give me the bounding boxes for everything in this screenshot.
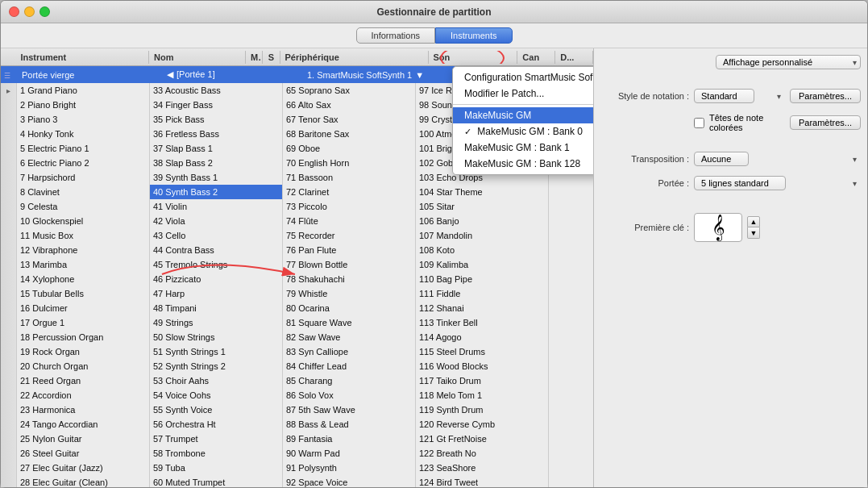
list-item[interactable]: 3 Piano 3 [17,112,149,127]
list-item[interactable]: 56 Orchestra Ht [150,417,282,432]
list-item[interactable]: 40 Synth Bass 2 [150,185,282,199]
list-item[interactable]: 60 Muted Trumpet [150,475,282,487]
list-item[interactable]: 49 Strings [150,315,282,330]
list-item[interactable]: 47 Harp [150,286,282,301]
list-item[interactable]: 79 Whistle [283,286,415,301]
list-item[interactable]: 53 Choir Aahs [150,373,282,388]
list-item[interactable]: 88 Bass & Lead [283,417,415,432]
dropdown-bank128[interactable]: MakeMusic GM : Bank 128 ▶ [453,156,593,172]
list-item[interactable]: 117 Taiko Drum [416,373,548,388]
list-item[interactable]: 76 Pan Flute [283,243,415,257]
list-item[interactable]: 89 Fantasia [283,432,415,446]
list-item[interactable]: 108 Koto [416,243,548,257]
list-item[interactable]: 17 Orgue 1 [17,315,149,330]
list-item[interactable]: 86 Solo Vox [283,388,415,402]
list-item[interactable]: 33 Acoustic Bass [150,83,282,98]
style-select[interactable]: Standard [694,89,754,103]
minimize-button[interactable] [24,6,35,17]
list-item[interactable]: 28 Elec Guitar (Clean) [17,475,149,487]
list-item[interactable]: 75 Recorder [283,228,415,243]
list-item[interactable]: 51 Synth Strings 1 [150,344,282,359]
close-button[interactable] [9,6,19,17]
list-item[interactable]: 109 Kalimba [416,257,548,272]
list-item[interactable]: 55 Synth Voice [150,402,282,417]
list-item[interactable]: 105 Sitar [416,199,548,214]
list-item[interactable]: 18 Percussion Organ [17,330,149,344]
list-item[interactable]: 13 Marimba [17,257,149,272]
dropdown-config[interactable]: Configuration SmartMusic SoftSynth... [453,69,593,86]
tab-informations[interactable]: Informations [356,27,436,44]
list-item[interactable]: 9 Celesta [17,199,149,214]
list-item[interactable]: 42 Viola [150,214,282,228]
list-item[interactable]: 118 Melo Tom 1 [416,388,548,402]
list-item[interactable]: 124 Bird Tweet [416,475,548,487]
list-item[interactable]: 14 Xylophone [17,272,149,286]
list-item[interactable]: 74 Flûte [283,214,415,228]
list-item[interactable]: 23 Harmonica [17,402,149,417]
list-item[interactable]: 70 English Horn [283,156,415,170]
list-item[interactable]: 15 Tubular Bells [17,286,149,301]
list-item[interactable]: 45 Tremolo Strings [150,257,282,272]
list-item[interactable]: 44 Contra Bass [150,243,282,257]
note-color-params-button[interactable]: Paramètres... [790,115,861,130]
dropdown-bank0[interactable]: ✓ MakeMusic GM : Bank 0 ▶ [453,123,593,140]
cle-down-button[interactable]: ▼ [747,227,760,239]
tab-instruments[interactable]: Instruments [435,27,512,44]
list-item[interactable]: 104 Star Theme [416,185,548,199]
list-item[interactable]: 82 Saw Wave [283,330,415,344]
list-item[interactable]: 107 Mandolin [416,228,548,243]
list-item[interactable]: 92 Space Voice [283,475,415,487]
list-item[interactable]: 114 Agogo [416,330,548,344]
list-item[interactable]: 59 Tuba [150,461,282,475]
list-item[interactable]: 36 Fretless Bass [150,127,282,141]
list-item[interactable]: 67 Tenor Sax [283,112,415,127]
portee-select[interactable]: 5 lignes standard [694,176,786,190]
list-item[interactable]: 38 Slap Bass 2 [150,156,282,170]
cle-up-button[interactable]: ▲ [747,216,760,227]
list-item[interactable]: 52 Synth Strings 2 [150,359,282,373]
list-item[interactable]: 71 Bassoon [283,170,415,185]
list-item[interactable]: 5 Electric Piano 1 [17,141,149,156]
list-item[interactable]: 106 Banjo [416,214,548,228]
list-item[interactable]: 122 Breath No [416,446,548,461]
list-item[interactable]: 112 Shanai [416,301,548,315]
list-item[interactable]: 85 Charang [283,373,415,388]
list-item[interactable]: 66 Alto Sax [283,98,415,112]
list-item[interactable]: 16 Dulcimer [17,301,149,315]
list-item[interactable]: 91 Polysynth [283,461,415,475]
list-item[interactable]: 58 Trombone [150,446,282,461]
list-item[interactable]: 115 Steel Drums [416,344,548,359]
list-item[interactable]: 10 Glockenspiel [17,214,149,228]
list-item[interactable]: 12 Vibraphone [17,243,149,257]
dropdown-modifier[interactable]: Modifier le Patch... [453,86,593,102]
list-item[interactable]: 24 Tango Accordian [17,417,149,432]
list-item[interactable]: 25 Nylon Guitar [17,432,149,446]
dropdown-makemusic-gm[interactable]: MakeMusic GM ▶ [453,107,593,123]
list-item[interactable]: 84 Chiffer Lead [283,359,415,373]
list-item[interactable]: 57 Trumpet [150,432,282,446]
list-item[interactable]: 34 Finger Bass [150,98,282,112]
list-item[interactable]: 11 Music Box [17,228,149,243]
list-item[interactable]: 19 Rock Organ [17,344,149,359]
list-item[interactable]: 69 Oboe [283,141,415,156]
list-item[interactable]: 119 Synth Drum [416,402,548,417]
list-item[interactable]: 43 Cello [150,228,282,243]
list-item[interactable]: 35 Pick Bass [150,112,282,127]
list-item[interactable]: 77 Blown Bottle [283,257,415,272]
zoom-button[interactable] [39,6,50,17]
list-item[interactable]: 120 Reverse Cymb [416,417,548,432]
list-item[interactable]: 78 Shakuhachi [283,272,415,286]
list-item[interactable]: 37 Slap Bass 1 [150,141,282,156]
affichage-select[interactable]: Affichage personnalisé [716,55,861,69]
list-item[interactable]: 73 Piccolo [283,199,415,214]
list-item[interactable]: 123 SeaShore [416,461,548,475]
list-item[interactable]: 81 Square Wave [283,315,415,330]
list-item[interactable]: 7 Harpsichord [17,170,149,185]
list-item[interactable]: 46 Pizzicato [150,272,282,286]
list-item[interactable]: 6 Electric Piano 2 [17,156,149,170]
list-item[interactable]: 116 Wood Blocks [416,359,548,373]
list-item[interactable]: 26 Steel Guitar [17,446,149,461]
note-color-checkbox[interactable] [694,118,704,128]
list-item[interactable]: 50 Slow Strings [150,330,282,344]
list-item[interactable]: 54 Voice Oohs [150,388,282,402]
